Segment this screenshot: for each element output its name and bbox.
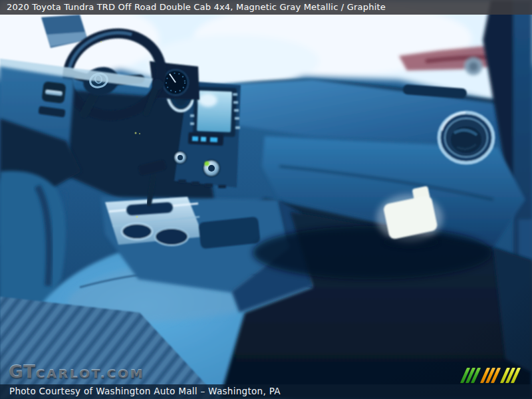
- photo-title-bar: 2020 Toyota Tundra TRD Off Road Double C…: [0, 0, 532, 15]
- green-stripe-group: [464, 368, 477, 383]
- watermark-prefix: GT: [9, 362, 36, 382]
- photo-credit-bar: Photo Courtesy of Washington Auto Mall –…: [0, 384, 532, 399]
- vignette-overlay: [0, 0, 532, 399]
- interior-photo: [0, 0, 532, 399]
- orange-stripe-group: [483, 368, 497, 383]
- gtcarlot-watermark: GTcarlot.com: [9, 362, 144, 382]
- photo-title: 2020 Toyota Tundra TRD Off Road Double C…: [7, 2, 386, 12]
- yellow-green-stripe-group: [503, 368, 517, 383]
- brand-stripes-logo: [464, 368, 517, 383]
- watermark-suffix: carlot.com: [36, 367, 145, 381]
- vehicle-photo-page: 2020 Toyota Tundra TRD Off Road Double C…: [0, 0, 532, 399]
- photo-credit-text: Photo Courtesy of Washington Auto Mall –…: [9, 386, 281, 396]
